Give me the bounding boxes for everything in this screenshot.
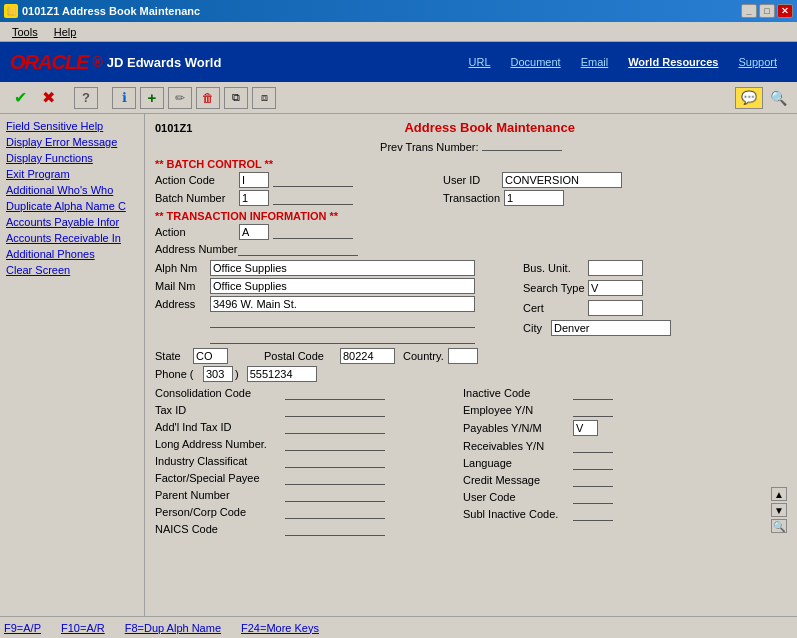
search-right-button[interactable]: 🔍 bbox=[771, 519, 787, 533]
help-button[interactable]: ? bbox=[74, 87, 98, 109]
add-button[interactable]: + bbox=[140, 87, 164, 109]
sidebar-item-phones[interactable]: Additional Phones bbox=[0, 246, 144, 262]
postal-code-input[interactable] bbox=[340, 348, 395, 364]
sidebar-item-addl-whos-who[interactable]: Additional Who's Who bbox=[0, 182, 144, 198]
copy-button[interactable]: ⧉ bbox=[224, 87, 248, 109]
state-input[interactable] bbox=[193, 348, 228, 364]
title-bar: 📒 0101Z1 Address Book Maintenanc _ □ ✕ bbox=[0, 0, 797, 22]
transaction-input[interactable] bbox=[504, 190, 564, 206]
employee-yn-label: Employee Y/N bbox=[463, 404, 573, 416]
main-content: Field Sensitive Help Display Error Messa… bbox=[0, 114, 797, 616]
tax-id-label: Tax ID bbox=[155, 404, 285, 416]
cert-label: Cert bbox=[523, 302, 588, 314]
parent-label: Parent Number bbox=[155, 489, 285, 501]
info-button[interactable]: ℹ bbox=[112, 87, 136, 109]
prev-trans-label: Prev Trans Number: bbox=[380, 141, 478, 153]
chat-icon[interactable]: 💬 bbox=[735, 87, 763, 109]
phone-area-input[interactable] bbox=[203, 366, 233, 382]
nav-document[interactable]: Document bbox=[501, 52, 571, 72]
sidebar: Field Sensitive Help Display Error Messa… bbox=[0, 114, 145, 616]
status-f10[interactable]: F10=A/R bbox=[61, 622, 105, 634]
alph-nm-label: Alph Nm bbox=[155, 262, 210, 274]
address-input[interactable] bbox=[210, 296, 475, 312]
action-code-input[interactable] bbox=[239, 172, 269, 188]
postal-code-label: Postal Code bbox=[264, 350, 332, 362]
search-type-label: Search Type bbox=[523, 282, 588, 294]
nav-url[interactable]: URL bbox=[459, 52, 501, 72]
sidebar-item-ar[interactable]: Accounts Receivable In bbox=[0, 230, 144, 246]
addl-ind-tax-label: Add'l Ind Tax ID bbox=[155, 421, 285, 433]
menu-tools[interactable]: Tools bbox=[4, 24, 46, 40]
action-label: Action bbox=[155, 226, 235, 238]
sidebar-item-display-functions[interactable]: Display Functions bbox=[0, 150, 144, 166]
user-id-input[interactable] bbox=[502, 172, 622, 188]
alph-nm-input[interactable] bbox=[210, 260, 475, 276]
consolidation-label: Consolidation Code bbox=[155, 387, 285, 399]
maximize-button[interactable]: □ bbox=[759, 4, 775, 18]
city-input[interactable] bbox=[551, 320, 671, 336]
delete-button[interactable]: 🗑 bbox=[196, 87, 220, 109]
paste-button[interactable]: ⧈ bbox=[252, 87, 276, 109]
check-button[interactable]: ✔ bbox=[8, 87, 32, 109]
status-f8[interactable]: F8=Dup Alph Name bbox=[125, 622, 221, 634]
sidebar-item-clear[interactable]: Clear Screen bbox=[0, 262, 144, 278]
oracle-superscript: ® bbox=[92, 54, 102, 70]
inactive-code-label: Inactive Code bbox=[463, 387, 573, 399]
action-input[interactable] bbox=[239, 224, 269, 240]
person-corp-label: Person/Corp Code bbox=[155, 506, 285, 518]
sidebar-item-display-error[interactable]: Display Error Message bbox=[0, 134, 144, 150]
subl-label: Subl Inactive Code. bbox=[463, 508, 573, 520]
payables-input[interactable] bbox=[573, 420, 598, 436]
status-f24[interactable]: F24=More Keys bbox=[241, 622, 319, 634]
menu-help[interactable]: Help bbox=[46, 24, 85, 40]
city-label: City bbox=[523, 322, 551, 334]
close-button[interactable]: ✕ bbox=[777, 4, 793, 18]
country-input[interactable] bbox=[448, 348, 478, 364]
scroll-up-button[interactable]: ▲ bbox=[771, 487, 787, 501]
form-id: 0101Z1 bbox=[155, 122, 192, 134]
user-id-label: User ID bbox=[443, 174, 498, 186]
address-number-label: Address Number bbox=[155, 243, 238, 255]
prev-trans-value bbox=[482, 137, 562, 151]
receivables-label: Receivables Y/N bbox=[463, 440, 573, 452]
jde-text: JD Edwards World bbox=[107, 55, 222, 70]
oracle-header: ORACLE ® JD Edwards World URL Document E… bbox=[0, 42, 797, 82]
edit-button[interactable]: ✏ bbox=[168, 87, 192, 109]
mail-nm-input[interactable] bbox=[210, 278, 475, 294]
sidebar-item-field-help[interactable]: Field Sensitive Help bbox=[0, 118, 144, 134]
form-title: Address Book Maintenance bbox=[192, 120, 787, 135]
mail-nm-label: Mail Nm bbox=[155, 280, 210, 292]
menu-bar: Tools Help bbox=[0, 22, 797, 42]
credit-label: Credit Message bbox=[463, 474, 573, 486]
bus-unit-input[interactable] bbox=[588, 260, 643, 276]
sidebar-item-exit[interactable]: Exit Program bbox=[0, 166, 144, 182]
cert-input[interactable] bbox=[588, 300, 643, 316]
sidebar-item-ap[interactable]: Accounts Payable Infor bbox=[0, 214, 144, 230]
title-bar-buttons: _ □ ✕ bbox=[741, 4, 793, 18]
phone-number-input[interactable] bbox=[247, 366, 317, 382]
long-addr-label: Long Address Number. bbox=[155, 438, 285, 450]
naics-label: NAICS Code bbox=[155, 523, 285, 535]
scroll-down-button[interactable]: ▼ bbox=[771, 503, 787, 517]
toolbar: ✔ ✖ ? ℹ + ✏ 🗑 ⧉ ⧈ 💬 🔍 bbox=[0, 82, 797, 114]
search-button[interactable]: 🔍 bbox=[767, 87, 789, 109]
trans-section-header: ** TRANSACTION INFORMATION ** bbox=[155, 210, 787, 222]
form-area: 0101Z1 Address Book Maintenance Prev Tra… bbox=[145, 114, 797, 616]
status-bar: F9=A/P F10=A/R F8=Dup Alph Name F24=More… bbox=[0, 616, 797, 638]
sidebar-item-dup-alpha[interactable]: Duplicate Alpha Name C bbox=[0, 198, 144, 214]
batch-number-label: Batch Number bbox=[155, 192, 235, 204]
title-bar-text: 0101Z1 Address Book Maintenanc bbox=[22, 5, 200, 17]
phone-close-paren: ) bbox=[235, 368, 239, 380]
minimize-button[interactable]: _ bbox=[741, 4, 757, 18]
batch-number-input[interactable] bbox=[239, 190, 269, 206]
oracle-logo: ORACLE ® JD Edwards World bbox=[10, 51, 221, 74]
nav-email[interactable]: Email bbox=[571, 52, 619, 72]
nav-world-resources[interactable]: World Resources bbox=[618, 52, 728, 72]
batch-section-header: ** BATCH CONTROL ** bbox=[155, 158, 787, 170]
address-label: Address bbox=[155, 298, 210, 310]
status-f9[interactable]: F9=A/P bbox=[4, 622, 41, 634]
action-code-label: Action Code bbox=[155, 174, 235, 186]
cancel-button[interactable]: ✖ bbox=[36, 87, 60, 109]
search-type-input[interactable] bbox=[588, 280, 643, 296]
nav-support[interactable]: Support bbox=[728, 52, 787, 72]
